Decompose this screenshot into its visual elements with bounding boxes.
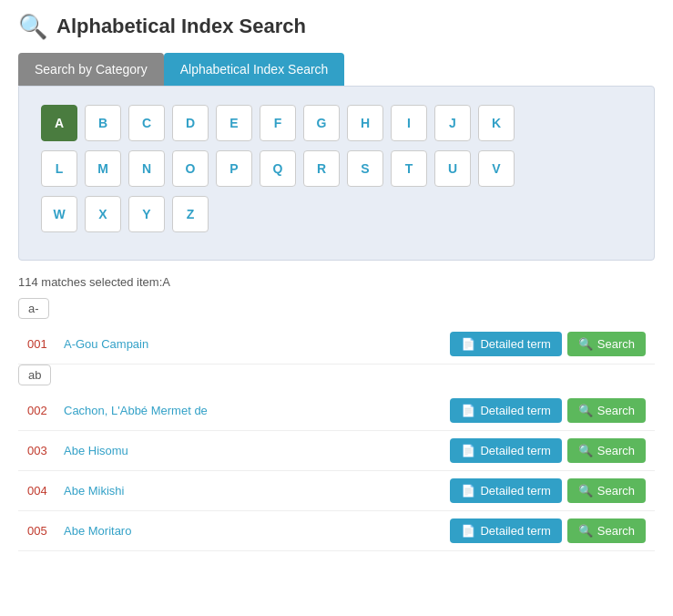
page-title: Alphabetical Index Search bbox=[56, 15, 306, 38]
detailed-term-button-003[interactable]: 📄 Detailed term bbox=[450, 438, 561, 463]
alphabet-panel: A B C D E F G H I J K L M N O P Q R S T … bbox=[18, 86, 655, 261]
search-button-003[interactable]: 🔍 Search bbox=[567, 438, 646, 463]
letter-btn-H[interactable]: H bbox=[347, 105, 383, 141]
alphabet-row-3: W X Y Z bbox=[41, 196, 632, 232]
search-button-004[interactable]: 🔍 Search bbox=[567, 478, 646, 503]
result-name-004[interactable]: Abe Mikishi bbox=[64, 484, 450, 498]
letter-btn-B[interactable]: B bbox=[85, 105, 121, 141]
letter-btn-Q[interactable]: Q bbox=[260, 150, 296, 187]
result-num-005: 005 bbox=[27, 524, 64, 538]
doc-icon: 📄 bbox=[461, 484, 475, 498]
letter-btn-A[interactable]: A bbox=[41, 105, 77, 141]
letter-btn-S[interactable]: S bbox=[347, 150, 383, 187]
doc-icon: 📄 bbox=[461, 524, 475, 538]
result-name-002[interactable]: Cachon, L'Abbé Mermet de bbox=[64, 404, 450, 417]
row-actions-004: 📄 Detailed term 🔍 Search bbox=[450, 478, 646, 503]
alphabet-row-1: A B C D E F G H I J K bbox=[41, 105, 632, 141]
search-icon-005: 🔍 bbox=[578, 524, 593, 538]
group-ab: ab 002 Cachon, L'Abbé Mermet de 📄 Detail… bbox=[18, 364, 655, 551]
result-name-005[interactable]: Abe Moritaro bbox=[64, 524, 450, 538]
doc-icon: 📄 bbox=[461, 337, 475, 351]
page-search-icon: 🔍 bbox=[18, 15, 47, 38]
search-button-002[interactable]: 🔍 Search bbox=[567, 398, 646, 423]
row-actions-002: 📄 Detailed term 🔍 Search bbox=[450, 398, 646, 423]
group-tag-a-minus: a- bbox=[18, 298, 49, 319]
letter-btn-O[interactable]: O bbox=[172, 150, 209, 187]
search-button-001[interactable]: 🔍 Search bbox=[567, 332, 646, 356]
result-name-001[interactable]: A-Gou Campain bbox=[64, 337, 450, 351]
detailed-term-button-001[interactable]: 📄 Detailed term bbox=[450, 332, 561, 356]
letter-btn-R[interactable]: R bbox=[303, 150, 340, 187]
tab-alphabetical-index[interactable]: Alphabetical Index Search bbox=[164, 53, 345, 86]
row-actions-005: 📄 Detailed term 🔍 Search bbox=[450, 518, 646, 543]
letter-btn-M[interactable]: M bbox=[85, 150, 121, 187]
letter-btn-P[interactable]: P bbox=[216, 150, 252, 187]
letter-btn-C[interactable]: C bbox=[128, 105, 165, 141]
doc-icon: 📄 bbox=[461, 404, 475, 417]
letter-btn-G[interactable]: G bbox=[303, 105, 340, 141]
table-row: 001 A-Gou Campain 📄 Detailed term 🔍 Sear… bbox=[18, 324, 655, 364]
search-icon-004: 🔍 bbox=[578, 484, 593, 498]
search-icon-003: 🔍 bbox=[578, 444, 593, 457]
letter-btn-V[interactable]: V bbox=[478, 150, 515, 187]
doc-icon: 📄 bbox=[461, 444, 475, 457]
letter-btn-J[interactable]: J bbox=[434, 105, 471, 141]
letter-btn-F[interactable]: F bbox=[260, 105, 296, 141]
result-num-003: 003 bbox=[27, 444, 64, 457]
letter-btn-K[interactable]: K bbox=[478, 105, 515, 141]
letter-btn-T[interactable]: T bbox=[391, 150, 427, 187]
letter-btn-Y[interactable]: Y bbox=[128, 196, 165, 232]
detailed-term-button-005[interactable]: 📄 Detailed term bbox=[450, 518, 561, 543]
row-actions-001: 📄 Detailed term 🔍 Search bbox=[450, 332, 646, 356]
search-icon-002: 🔍 bbox=[578, 404, 593, 417]
letter-btn-I[interactable]: I bbox=[391, 105, 427, 141]
result-name-003[interactable]: Abe Hisomu bbox=[64, 444, 450, 457]
letter-btn-W[interactable]: W bbox=[41, 196, 77, 232]
alphabet-row-2: L M N O P Q R S T U V bbox=[41, 150, 632, 187]
detailed-term-button-004[interactable]: 📄 Detailed term bbox=[450, 478, 561, 503]
letter-btn-U[interactable]: U bbox=[434, 150, 471, 187]
search-button-005[interactable]: 🔍 Search bbox=[567, 518, 646, 543]
table-row: 005 Abe Moritaro 📄 Detailed term 🔍 Searc… bbox=[18, 511, 655, 551]
letter-btn-X[interactable]: X bbox=[85, 196, 121, 232]
letter-btn-N[interactable]: N bbox=[128, 150, 165, 187]
result-num-002: 002 bbox=[27, 404, 64, 417]
result-num-001: 001 bbox=[27, 337, 64, 351]
letter-btn-E[interactable]: E bbox=[216, 105, 252, 141]
letter-btn-L[interactable]: L bbox=[41, 150, 77, 187]
row-actions-003: 📄 Detailed term 🔍 Search bbox=[450, 438, 646, 463]
group-tag-ab: ab bbox=[18, 364, 51, 385]
table-row: 004 Abe Mikishi 📄 Detailed term 🔍 Search bbox=[18, 471, 655, 511]
letter-btn-D[interactable]: D bbox=[172, 105, 209, 141]
table-row: 002 Cachon, L'Abbé Mermet de 📄 Detailed … bbox=[18, 391, 655, 431]
group-a-minus: a- 001 A-Gou Campain 📄 Detailed term 🔍 S… bbox=[18, 298, 655, 364]
letter-btn-Z[interactable]: Z bbox=[172, 196, 209, 232]
result-num-004: 004 bbox=[27, 484, 64, 498]
tab-search-by-category[interactable]: Search by Category bbox=[18, 53, 164, 86]
tab-bar: Search by Category Alphabetical Index Se… bbox=[18, 53, 655, 86]
table-row: 003 Abe Hisomu 📄 Detailed term 🔍 Search bbox=[18, 431, 655, 471]
search-icon-001: 🔍 bbox=[578, 337, 593, 351]
detailed-term-button-002[interactable]: 📄 Detailed term bbox=[450, 398, 561, 423]
matches-line: 114 matches selected item:A bbox=[18, 275, 655, 289]
